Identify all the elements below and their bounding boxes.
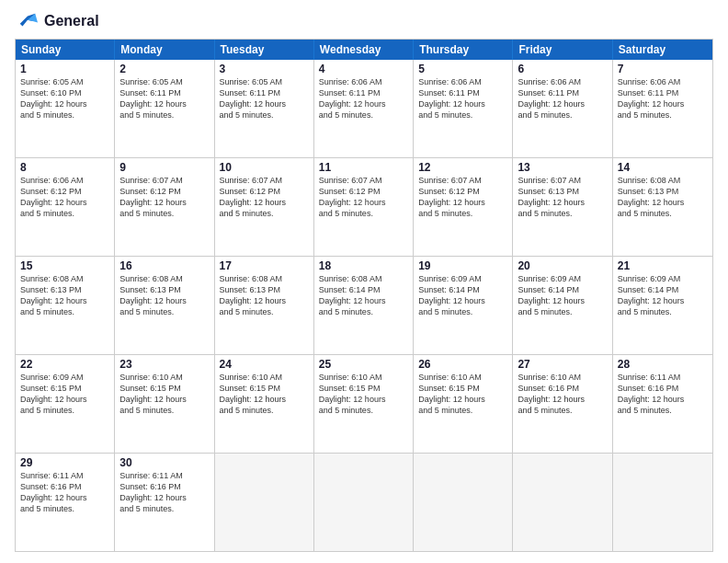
day-number: 26 [418,358,507,371]
calendar-week-4: 15Sunrise: 6:08 AMSunset: 6:13 PMDayligh… [16,256,712,354]
day-info: Sunrise: 6:07 AMSunset: 6:12 PMDaylight:… [418,175,507,220]
day-number: 19 [418,259,507,272]
calendar-day-10: 10Sunrise: 6:07 AMSunset: 6:12 PMDayligh… [215,158,314,256]
calendar-day-empty [215,454,314,551]
calendar-day-19: 19Sunrise: 6:09 AMSunset: 6:14 PMDayligh… [414,257,513,354]
day-number: 1 [20,63,109,75]
calendar-day-14: 14Sunrise: 6:08 AMSunset: 6:13 PMDayligh… [613,158,712,256]
calendar-week-2: 1Sunrise: 6:05 AMSunset: 6:10 PMDaylight… [16,60,712,157]
header: General [15,11,713,31]
calendar-weekday-saturday: Saturday [613,40,712,60]
day-number: 10 [220,161,309,174]
day-number: 14 [618,161,708,174]
day-info: Sunrise: 6:09 AMSunset: 6:15 PMDaylight:… [20,372,109,417]
day-number: 9 [119,161,209,174]
day-info: Sunrise: 6:10 AMSunset: 6:15 PMDaylight:… [119,372,209,417]
day-number: 16 [119,259,209,272]
calendar-day-26: 26Sunrise: 6:10 AMSunset: 6:15 PMDayligh… [414,355,513,453]
calendar-day-18: 18Sunrise: 6:08 AMSunset: 6:14 PMDayligh… [314,257,414,354]
calendar-weekday-sunday: Sunday [16,40,115,60]
day-number: 28 [618,358,708,371]
calendar-day-16: 16Sunrise: 6:08 AMSunset: 6:13 PMDayligh… [115,257,214,354]
calendar-week-6: 29Sunrise: 6:11 AMSunset: 6:16 PMDayligh… [16,453,712,551]
day-number: 24 [220,358,309,371]
calendar-day-1: 1Sunrise: 6:05 AMSunset: 6:10 PMDaylight… [16,60,115,157]
calendar-day-8: 8Sunrise: 6:06 AMSunset: 6:12 PMDaylight… [16,158,115,256]
calendar-day-20: 20Sunrise: 6:09 AMSunset: 6:14 PMDayligh… [513,257,612,354]
logo-bird-icon [15,11,40,31]
day-number: 2 [119,63,209,75]
calendar-day-empty [314,454,414,551]
day-info: Sunrise: 6:08 AMSunset: 6:13 PMDaylight:… [618,175,708,220]
day-number: 13 [518,161,607,174]
day-number: 5 [418,63,507,75]
day-number: 11 [319,161,408,174]
day-number: 3 [220,63,309,75]
day-info: Sunrise: 6:10 AMSunset: 6:15 PMDaylight:… [418,372,507,417]
calendar-day-2: 2Sunrise: 6:05 AMSunset: 6:11 PMDaylight… [115,60,214,157]
calendar-day-empty [613,454,712,551]
calendar-day-15: 15Sunrise: 6:08 AMSunset: 6:13 PMDayligh… [16,257,115,354]
calendar-body: 1Sunrise: 6:05 AMSunset: 6:10 PMDaylight… [16,60,712,551]
day-number: 8 [20,161,109,174]
calendar-day-27: 27Sunrise: 6:10 AMSunset: 6:16 PMDayligh… [513,355,612,453]
calendar-day-13: 13Sunrise: 6:07 AMSunset: 6:13 PMDayligh… [513,158,612,256]
calendar-day-21: 21Sunrise: 6:09 AMSunset: 6:14 PMDayligh… [613,257,712,354]
calendar-day-9: 9Sunrise: 6:07 AMSunset: 6:12 PMDaylight… [115,158,214,256]
day-info: Sunrise: 6:06 AMSunset: 6:11 PMDaylight:… [518,76,607,121]
day-info: Sunrise: 6:05 AMSunset: 6:11 PMDaylight:… [119,76,209,121]
calendar-day-17: 17Sunrise: 6:08 AMSunset: 6:13 PMDayligh… [215,257,314,354]
day-info: Sunrise: 6:06 AMSunset: 6:12 PMDaylight:… [20,175,109,220]
calendar-day-6: 6Sunrise: 6:06 AMSunset: 6:11 PMDaylight… [513,60,612,157]
calendar-day-empty [414,454,513,551]
day-info: Sunrise: 6:07 AMSunset: 6:13 PMDaylight:… [518,175,607,220]
day-info: Sunrise: 6:11 AMSunset: 6:16 PMDaylight:… [618,372,708,417]
day-info: Sunrise: 6:08 AMSunset: 6:14 PMDaylight:… [319,273,408,318]
day-info: Sunrise: 6:08 AMSunset: 6:13 PMDaylight:… [119,273,209,318]
day-info: Sunrise: 6:06 AMSunset: 6:11 PMDaylight:… [319,76,408,121]
day-info: Sunrise: 6:10 AMSunset: 6:15 PMDaylight:… [319,372,408,417]
day-info: Sunrise: 6:05 AMSunset: 6:10 PMDaylight:… [20,76,109,121]
calendar-day-12: 12Sunrise: 6:07 AMSunset: 6:12 PMDayligh… [414,158,513,256]
day-info: Sunrise: 6:09 AMSunset: 6:14 PMDaylight:… [618,273,708,318]
calendar-week-5: 22Sunrise: 6:09 AMSunset: 6:15 PMDayligh… [16,354,712,453]
calendar-day-29: 29Sunrise: 6:11 AMSunset: 6:16 PMDayligh… [16,454,115,551]
calendar-weekday-tuesday: Tuesday [215,40,314,60]
day-info: Sunrise: 6:09 AMSunset: 6:14 PMDaylight:… [518,273,607,318]
day-number: 6 [518,63,607,75]
calendar-day-7: 7Sunrise: 6:06 AMSunset: 6:11 PMDaylight… [613,60,712,157]
day-number: 20 [518,259,607,272]
day-number: 25 [319,358,408,371]
day-info: Sunrise: 6:08 AMSunset: 6:13 PMDaylight:… [20,273,109,318]
day-number: 22 [20,358,109,371]
calendar-day-5: 5Sunrise: 6:06 AMSunset: 6:11 PMDaylight… [414,60,513,157]
logo: General [15,11,99,31]
day-number: 30 [119,456,209,469]
calendar-weekday-thursday: Thursday [414,40,513,60]
calendar-day-22: 22Sunrise: 6:09 AMSunset: 6:15 PMDayligh… [16,355,115,453]
day-number: 17 [220,259,309,272]
calendar: SundayMondayTuesdayWednesdayThursdayFrid… [15,39,713,552]
calendar-day-25: 25Sunrise: 6:10 AMSunset: 6:15 PMDayligh… [314,355,414,453]
day-number: 15 [20,259,109,272]
calendar-day-empty [513,454,612,551]
day-info: Sunrise: 6:06 AMSunset: 6:11 PMDaylight:… [618,76,708,121]
day-info: Sunrise: 6:10 AMSunset: 6:16 PMDaylight:… [518,372,607,417]
calendar-week-3: 8Sunrise: 6:06 AMSunset: 6:12 PMDaylight… [16,157,712,256]
calendar-day-11: 11Sunrise: 6:07 AMSunset: 6:12 PMDayligh… [314,158,414,256]
day-number: 18 [319,259,408,272]
calendar-header-row: SundayMondayTuesdayWednesdayThursdayFrid… [16,40,712,60]
day-info: Sunrise: 6:07 AMSunset: 6:12 PMDaylight:… [319,175,408,220]
day-number: 27 [518,358,607,371]
day-info: Sunrise: 6:10 AMSunset: 6:15 PMDaylight:… [220,372,309,417]
day-number: 12 [418,161,507,174]
calendar-day-4: 4Sunrise: 6:06 AMSunset: 6:11 PMDaylight… [314,60,414,157]
logo-text: General [44,12,99,29]
day-number: 23 [119,358,209,371]
calendar-day-3: 3Sunrise: 6:05 AMSunset: 6:11 PMDaylight… [215,60,314,157]
page: General SundayMondayTuesdayWednesdayThur… [0,0,728,563]
calendar-day-28: 28Sunrise: 6:11 AMSunset: 6:16 PMDayligh… [613,355,712,453]
calendar-weekday-wednesday: Wednesday [314,40,414,60]
day-number: 4 [319,63,408,75]
day-info: Sunrise: 6:08 AMSunset: 6:13 PMDaylight:… [220,273,309,318]
